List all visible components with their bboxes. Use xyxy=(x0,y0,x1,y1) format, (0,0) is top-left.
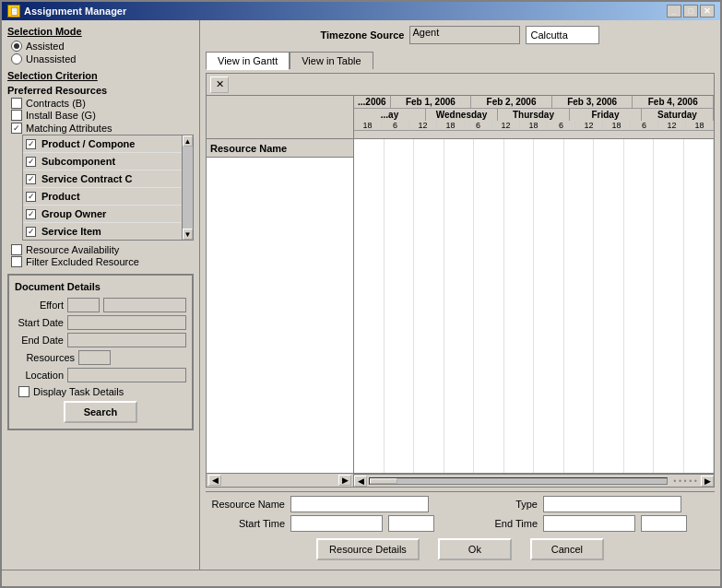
matching-item-0[interactable]: Product / Compone xyxy=(23,135,182,153)
selection-mode-title: Selection Mode xyxy=(7,26,194,37)
checkbox-display-task[interactable]: Display Task Details xyxy=(18,386,186,397)
hscroll-right[interactable]: ▶ xyxy=(701,476,714,487)
checkbox-filter-excluded[interactable]: Filter Excluded Resource xyxy=(11,256,194,267)
day-prev: ...ay xyxy=(354,109,426,121)
doc-details-title: Document Details xyxy=(15,281,186,292)
scroll-dots: • • • • • xyxy=(669,476,701,486)
start-date-label: Start Date xyxy=(15,317,64,328)
matching-item-3-checkbox xyxy=(26,192,36,202)
ok-button[interactable]: Ok xyxy=(438,538,512,560)
resources-row: Resources xyxy=(15,350,186,365)
checkbox-resource-availability[interactable]: Resource Availability xyxy=(11,244,194,255)
t2: 12 xyxy=(409,121,437,130)
resource-col-header xyxy=(207,96,354,138)
selection-mode-group: Assisted Unassisted xyxy=(11,41,194,65)
gc1 xyxy=(354,139,385,473)
matching-section: Matching Attributes Product / Compone Su… xyxy=(7,123,194,241)
cancel-button[interactable]: Cancel xyxy=(530,538,604,560)
t8: 12 xyxy=(575,121,603,130)
date-feb4: Feb 4, 2006 xyxy=(633,96,714,108)
resource-name-input[interactable] xyxy=(290,496,429,512)
selection-mode-section: Selection Mode Assisted Unassisted xyxy=(7,26,194,65)
timezone-agent-select[interactable]: Agent xyxy=(409,26,520,44)
resources-input[interactable] xyxy=(78,350,111,365)
view-tabs: View in Gantt View in Table xyxy=(206,52,715,69)
matching-item-5-label: Service Item xyxy=(39,225,179,238)
end-date-row: End Date xyxy=(15,333,186,347)
start-time-input-2[interactable] xyxy=(388,515,434,532)
gc8 xyxy=(564,139,595,473)
timezone-row: Timezone Source Agent Calcutta xyxy=(206,26,715,44)
matching-item-0-label: Product / Compone xyxy=(39,137,179,150)
bottom-form: Resource Name Type Start Time xyxy=(206,491,715,564)
effort-input-1[interactable] xyxy=(67,298,100,312)
form-row-1: Resource Name Type xyxy=(211,496,709,512)
matching-item-4[interactable]: Group Owner xyxy=(23,206,182,223)
radio-assisted[interactable]: Assisted xyxy=(11,41,194,52)
right-panel: Timezone Source Agent Calcutta View in G… xyxy=(200,20,720,570)
effort-label: Effort xyxy=(15,300,64,311)
resource-details-button[interactable]: Resource Details xyxy=(316,538,420,560)
gantt-container: ✕ ...2006 Feb 1, 2006 Feb 2, 2006 Feb 3,… xyxy=(206,73,715,488)
scroll-up-btn[interactable]: ▲ xyxy=(183,135,193,147)
t12: 18 xyxy=(686,121,714,130)
checkbox-filter-excluded-box xyxy=(11,256,22,267)
matching-scrollbar[interactable]: ▲ ▼ xyxy=(182,135,193,240)
search-button[interactable]: Search xyxy=(64,401,137,423)
maximize-button[interactable]: □ xyxy=(683,5,698,18)
resources-label: Resources xyxy=(15,352,75,363)
matching-item-5[interactable]: Service Item xyxy=(23,223,182,240)
form-buttons: Resource Details Ok Cancel xyxy=(211,538,709,560)
start-time-input[interactable] xyxy=(290,515,383,532)
resource-list: Resource Name xyxy=(207,139,354,473)
t6: 18 xyxy=(520,121,548,130)
effort-input-2[interactable] xyxy=(103,298,186,312)
matching-item-2[interactable]: Service Contract C xyxy=(23,171,182,188)
t4: 6 xyxy=(465,121,492,130)
hscroll-thumb[interactable] xyxy=(370,478,397,484)
location-label: Location xyxy=(15,370,64,381)
t10: 6 xyxy=(631,121,658,130)
gantt-grid-lines xyxy=(354,139,714,473)
scroll-down-btn[interactable]: ▼ xyxy=(183,229,193,240)
close-button[interactable]: ✕ xyxy=(700,5,715,18)
preferred-resources-title: Preferred Resources xyxy=(7,85,194,96)
gc3 xyxy=(414,139,444,473)
checkbox-contracts-label: Contracts (B) xyxy=(26,98,86,109)
selection-criterion-section: Selection Criterion Preferred Resources … xyxy=(7,70,194,268)
scroll-left-btn[interactable]: ◀ xyxy=(208,475,221,486)
gantt-close-button[interactable]: ✕ xyxy=(210,76,229,93)
location-input[interactable] xyxy=(67,368,186,382)
checkbox-matching[interactable]: Matching Attributes xyxy=(11,123,194,134)
checkbox-resource-availability-box xyxy=(11,244,22,255)
gc4 xyxy=(444,139,475,473)
checkbox-install-base[interactable]: Install Base (G) xyxy=(11,110,194,121)
type-input[interactable] xyxy=(543,496,681,512)
checkbox-resource-availability-label: Resource Availability xyxy=(26,244,119,255)
end-date-input[interactable] xyxy=(67,333,186,347)
gantt-hscroll[interactable]: ◀ • • • • • ▶ xyxy=(354,474,714,487)
titlebar-buttons: _ □ ✕ xyxy=(667,5,715,18)
checkbox-contracts[interactable]: Contracts (B) xyxy=(11,98,194,109)
tab-table[interactable]: View in Table xyxy=(290,52,373,69)
app-icon: 📋 xyxy=(7,5,20,18)
gc11 xyxy=(654,139,684,473)
radio-unassisted-indicator xyxy=(11,53,22,65)
left-panel: Selection Mode Assisted Unassisted Selec… xyxy=(2,20,200,570)
main-window: 📋 Assignment Manager _ □ ✕ Selection Mod… xyxy=(0,0,722,588)
gc9 xyxy=(594,139,624,473)
start-time-label: Start Time xyxy=(211,518,285,529)
radio-assisted-label: Assisted xyxy=(26,41,65,52)
end-time-input[interactable] xyxy=(543,515,635,532)
end-time-input-2[interactable] xyxy=(641,515,687,532)
start-date-input[interactable] xyxy=(67,315,186,330)
checkbox-filter-excluded-label: Filter Excluded Resource xyxy=(26,256,139,267)
matching-item-1[interactable]: Subcomponent xyxy=(23,153,182,171)
minimize-button[interactable]: _ xyxy=(667,5,681,18)
matching-item-3[interactable]: Product xyxy=(23,188,182,206)
matching-item-1-checkbox xyxy=(26,157,36,167)
hscroll-left[interactable]: ◀ xyxy=(354,476,367,487)
radio-unassisted[interactable]: Unassisted xyxy=(11,53,194,65)
tab-gantt[interactable]: View in Gantt xyxy=(206,52,290,70)
scroll-right-btn[interactable]: ▶ xyxy=(338,475,351,486)
